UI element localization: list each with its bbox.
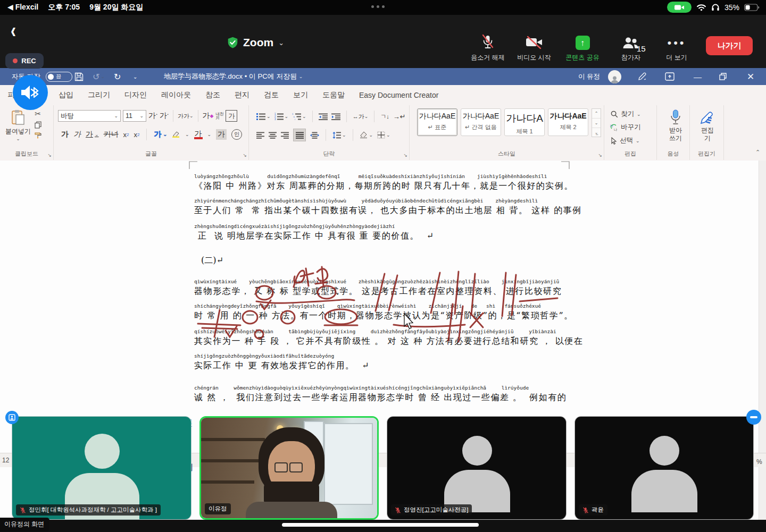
enclose-characters-icon[interactable]: 인 — [231, 129, 242, 140]
multitask-dots-icon[interactable] — [371, 5, 385, 8]
styles-dialog-launcher-icon[interactable]: ↘ — [598, 153, 602, 158]
ribbon-tab-Easy Document Creator[interactable]: Easy Document Creator — [359, 91, 438, 99]
align-center-icon[interactable] — [269, 132, 277, 139]
style-normal[interactable]: 가나다AaE ↵ 표준 — [417, 108, 457, 136]
participant-tile-4[interactable]: 곽윤 — [574, 416, 754, 520]
meeting-info-chevron-icon[interactable]: ⌄ — [278, 39, 284, 47]
line-spacing-icon[interactable]: ⌄ — [332, 132, 346, 139]
share-content-button[interactable]: ↑ 콘텐츠 공유 — [560, 34, 605, 62]
numbered-list-icon[interactable]: 123 ⌄ — [274, 113, 289, 120]
account-avatar[interactable] — [608, 68, 621, 85]
home-indicator[interactable] — [282, 523, 479, 527]
undo-button[interactable]: ↺⌄ — [93, 68, 105, 85]
highlight-icon[interactable] — [172, 131, 180, 138]
account-name[interactable]: 이 유정 — [578, 68, 600, 85]
document-title[interactable]: 地层学与器物形态学.docx • 이 PC에 저장됨 ⌄ — [164, 68, 303, 85]
sort-icon[interactable]: ㄱ↓ — [380, 113, 389, 121]
ribbon-tab-보기[interactable]: 보기 — [293, 90, 308, 100]
character-border-icon[interactable]: 가 — [226, 110, 237, 122]
shrink-font-icon[interactable]: 가ˇ — [160, 111, 169, 121]
format-painter-icon[interactable] — [34, 132, 41, 139]
dictate-button[interactable]: 받아쓰기 — [667, 109, 685, 142]
ribbon-tab-도움말[interactable]: 도움말 — [322, 90, 345, 100]
italic-icon[interactable]: 가 — [73, 130, 81, 139]
collapse-ribbon-icon[interactable]: ⌃ — [755, 149, 760, 156]
ribbon-tab-그리기[interactable]: 그리기 — [88, 90, 110, 100]
save-button[interactable] — [74, 68, 84, 85]
superscript-icon[interactable]: x2 — [134, 131, 140, 139]
replace-button[interactable]: 가나 바꾸기 — [610, 123, 641, 132]
style-heading1[interactable]: 가나다A 제목 1 — [504, 108, 545, 136]
change-case-icon[interactable]: 가가 ⌄ — [178, 112, 194, 120]
restore-button[interactable] — [719, 68, 727, 85]
paragraph-mark-icon[interactable]: →↵ — [393, 113, 406, 121]
participants-button[interactable]: 참가자 15 — [608, 34, 654, 62]
paragraph-dialog-launcher-icon[interactable]: ↘ — [403, 153, 407, 158]
audio-route-button[interactable] — [13, 75, 48, 110]
asian-layout-icon[interactable]: ↔가⌄ — [353, 113, 369, 121]
vertical-text-icon[interactable]: 내천川 — [215, 112, 223, 120]
ribbon-tab-삽입[interactable]: 삽입 — [59, 90, 73, 100]
style-no-spacing[interactable]: 가나다AaE ↵ 간격 없음 — [461, 108, 501, 136]
autosave-toggle[interactable]: 끔 — [46, 68, 72, 85]
paste-button[interactable]: 붙여넣기 ⌄ — [5, 109, 31, 141]
character-shading-icon[interactable]: 가 — [216, 129, 227, 140]
clear-formatting-icon[interactable]: 가◆ — [203, 111, 214, 121]
styles-scroll-up-icon[interactable]: ⌃ — [592, 109, 601, 118]
cut-icon[interactable]: ✂ — [35, 109, 41, 118]
editor-pencil-icon — [700, 111, 715, 125]
borders-icon[interactable]: ⌄ — [377, 131, 390, 139]
security-shield-icon[interactable] — [227, 37, 238, 49]
grow-font-icon[interactable]: 가ˆ — [148, 111, 157, 121]
ribbon-tab-레이아웃[interactable]: 레이아웃 — [161, 90, 191, 100]
decrease-indent-icon[interactable] — [319, 113, 328, 120]
ink-pen-icon[interactable] — [637, 68, 647, 85]
align-right-icon[interactable] — [281, 132, 289, 139]
subscript-icon[interactable]: x2 — [123, 131, 129, 139]
start-video-button[interactable]: 비디오 시작 — [511, 34, 557, 62]
leave-meeting-button[interactable]: 나가기 — [706, 36, 753, 55]
font-name-select[interactable]: 바탕⌄ — [58, 110, 121, 122]
redo-button[interactable]: ↻ — [114, 68, 121, 85]
justify-icon[interactable] — [293, 129, 306, 141]
strikethrough-icon[interactable]: 커녀 — [104, 130, 119, 139]
bullet-list-icon[interactable]: ⌄ — [256, 113, 271, 120]
ribbon-tab-디자인[interactable]: 디자인 — [124, 90, 147, 100]
increase-indent-icon[interactable] — [331, 113, 340, 120]
quick-access-chevron-icon[interactable]: ⌄ — [133, 68, 137, 85]
gallery-view-button[interactable] — [5, 411, 19, 424]
styles-gallery-more-icon[interactable]: ⌄̲ — [592, 128, 601, 137]
clipboard-dialog-launcher-icon[interactable]: ↘ — [47, 153, 52, 158]
find-button[interactable]: 찾기⌄ — [611, 109, 641, 119]
video-active-pill-icon[interactable] — [667, 2, 692, 13]
ribbon-display-options-icon[interactable] — [665, 68, 675, 85]
participant-tile-1[interactable]: 정민휘[ 대학원석사과정재학 / 고고미술사학과 ] — [12, 416, 192, 520]
styles-scroll-down-icon[interactable]: ⌄ — [592, 118, 601, 128]
font-dialog-launcher-icon[interactable]: ↘ — [243, 153, 247, 158]
text-effects-icon[interactable]: 가⌄ — [154, 130, 167, 139]
copy-icon[interactable] — [35, 121, 41, 129]
shading-icon[interactable]: ⌄ — [360, 131, 373, 139]
minimize-button[interactable]: — — [694, 68, 702, 85]
more-button[interactable]: ••• 더 보기 — [654, 34, 700, 62]
font-color-icon[interactable]: 가 — [194, 130, 203, 139]
multilevel-list-icon[interactable]: 1ai ⌄ — [292, 113, 306, 120]
distribute-icon[interactable] — [310, 132, 319, 139]
ribbon-tab-검토[interactable]: 검토 — [264, 90, 279, 100]
participant-tile-2-active-speaker[interactable]: 이유정 — [199, 416, 379, 520]
font-size-select[interactable]: 11⌄ — [123, 110, 146, 122]
underline-icon[interactable]: 가⌄ — [86, 130, 99, 139]
align-left-icon[interactable] — [256, 132, 264, 139]
editor-button[interactable]: 편집기 — [700, 111, 715, 142]
participant-tile-3[interactable]: 정영진[고고미술사전공] — [387, 416, 567, 520]
close-button[interactable]: ✕ — [747, 68, 754, 85]
style-heading2[interactable]: 가나다AaE 제목 2 — [548, 108, 588, 136]
back-to-flexcil-link[interactable]: ◀ Flexcil — [7, 3, 38, 12]
hide-thumbnails-button[interactable] — [746, 410, 761, 425]
bold-icon[interactable]: 가 — [61, 130, 69, 139]
back-chevron-icon[interactable]: ‹ — [11, 18, 16, 43]
select-button[interactable]: 선택⌄ — [611, 136, 640, 145]
ribbon-tab-편지[interactable]: 편지 — [235, 90, 249, 100]
ribbon-tab-참조[interactable]: 참조 — [205, 90, 220, 100]
unmute-button[interactable]: 음소거 해제 — [465, 34, 511, 62]
